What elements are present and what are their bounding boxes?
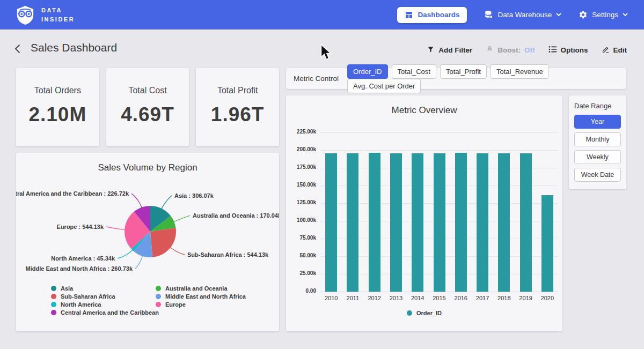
pie-leader-line — [118, 249, 134, 259]
bar-2010[interactable] — [325, 153, 337, 292]
legend-item-australia-and-oceania[interactable]: Australia and Oceania — [156, 285, 246, 292]
bar-2011[interactable] — [347, 153, 358, 292]
legend-item-label: Middle East and North Africa — [165, 293, 246, 300]
legend-dot — [51, 302, 56, 307]
metric-option-total-revenue[interactable]: Total_Revenue — [491, 64, 549, 79]
list-icon — [548, 46, 557, 55]
pie-slice-sub-saharan-africa[interactable] — [150, 228, 176, 257]
bar-chart-title: Metric Overview — [286, 105, 562, 116]
bar-2020[interactable] — [541, 195, 553, 292]
add-filter-button[interactable]: Add Filter — [427, 46, 472, 55]
kpi-value: 4.69T — [121, 103, 174, 126]
navbar-item-settings[interactable]: Settings — [579, 10, 628, 19]
bar-2016[interactable] — [455, 153, 467, 292]
legend-dot — [51, 310, 56, 315]
x-axis-tick: 2012 — [364, 295, 385, 301]
date-range-option-year[interactable]: Year — [574, 115, 621, 129]
navbar-menu: DashboardsData WarehouseSettings — [397, 7, 628, 23]
options-button[interactable]: Options — [548, 46, 588, 55]
legend-item-label: Central America and the Caribbean — [61, 309, 159, 316]
x-axis-tick: 2016 — [450, 295, 472, 301]
bar-2019[interactable] — [520, 153, 532, 292]
kpi-label: Total Orders — [34, 86, 81, 95]
navbar-item-dashboards[interactable]: Dashboards — [397, 7, 467, 23]
header-actions: Add FilterBoost:OffOptionsEdit — [427, 45, 627, 55]
back-chevron-icon — [14, 44, 20, 54]
date-range-option-monthly[interactable]: Monthly — [574, 132, 621, 146]
filter-icon — [427, 46, 435, 55]
pie-slice-label: North America : 45.34k — [51, 255, 115, 262]
action-label: Add Filter — [438, 46, 472, 54]
x-axis-tick: 2010 — [320, 295, 342, 301]
date-range-option-week-date[interactable]: Week Date — [574, 168, 621, 182]
bar-2015[interactable] — [434, 153, 445, 292]
brand-text: DATA INSIDER — [41, 6, 75, 24]
gear-icon — [579, 10, 588, 19]
pie-leader-line — [173, 216, 191, 222]
pie-leader-line — [135, 255, 143, 269]
brand[interactable]: DATA INSIDER — [15, 5, 75, 25]
bar-2012[interactable] — [369, 153, 380, 292]
chevron-down-icon — [623, 13, 628, 17]
legend-item-label: Asia — [61, 285, 73, 292]
page-title: Sales Dashboard — [31, 41, 117, 54]
x-axis-tick: 2011 — [342, 295, 363, 301]
navbar-item-label: Data Warehouse — [497, 11, 552, 19]
kpi-value: 2.10M — [28, 103, 86, 126]
back-button[interactable] — [14, 44, 20, 56]
pie-leader-line — [131, 194, 142, 209]
y-axis-tick: 100.00k — [286, 217, 316, 223]
pie-chart-title: Sales Volume by Region — [16, 162, 279, 173]
metric-option-total-cost[interactable]: Total_Cost — [392, 64, 436, 79]
y-axis-tick: 125.00k — [286, 199, 316, 205]
pie-legend-column: AsiaSub-Saharan AfricaNorth AmericaCentr… — [51, 285, 156, 316]
bar-2013[interactable] — [390, 153, 402, 292]
legend-item-asia[interactable]: Asia — [51, 285, 156, 292]
metric-option-avg-cost-per-order[interactable]: Avg. Cost per Order — [347, 79, 421, 93]
kpi-card-total-cost: Total Cost4.69T — [106, 68, 189, 146]
legend-item-label: Australia and Oceania — [165, 285, 228, 292]
rocket-icon — [486, 45, 494, 55]
page-header: Sales Dashboard Add FilterBoost:OffOptio… — [0, 40, 644, 62]
legend-item-middle-east-and-north-africa[interactable]: Middle East and North Africa — [156, 293, 246, 300]
kpi-row: Total Orders2.10MTotal Cost4.69TTotal Pr… — [16, 68, 279, 146]
action-label: Boost: — [497, 46, 521, 54]
action-label: Options — [561, 46, 588, 54]
pie-chart: Asia : 306.07kAustralia and Oceania : 17… — [16, 174, 279, 285]
edit-button[interactable]: Edit — [602, 46, 627, 55]
boost-button[interactable]: Boost:Off — [486, 45, 535, 55]
kpi-card-total-profit: Total Profit1.96T — [196, 68, 279, 146]
navbar: DATA INSIDER DashboardsData WarehouseSet… — [0, 0, 644, 29]
y-axis-tick: 25.00k — [286, 270, 316, 276]
metric-control-label: Metric Control — [294, 75, 339, 83]
pie-leader-line — [161, 196, 172, 210]
bar-legend[interactable]: Order_ID — [286, 310, 562, 316]
bar-2017[interactable] — [477, 153, 488, 292]
gridline — [320, 292, 558, 292]
bar-2014[interactable] — [412, 153, 423, 292]
action-label: Edit — [613, 46, 627, 54]
metric-option-total-profit[interactable]: Total_Profit — [440, 64, 487, 79]
x-axis-tick: 2015 — [428, 295, 450, 301]
kpi-card-total-orders: Total Orders2.10M — [16, 68, 99, 146]
y-axis-tick: 50.00k — [286, 253, 316, 258]
navbar-item-data-warehouse[interactable]: Data Warehouse — [484, 10, 561, 19]
bar-legend-dot — [407, 310, 412, 316]
date-range-option-weekly[interactable]: Weekly — [574, 150, 621, 164]
x-axis-tick: 2019 — [515, 295, 536, 301]
legend-item-europe[interactable]: Europe — [156, 301, 246, 308]
bar-2018[interactable] — [498, 153, 510, 292]
kpi-value: 1.96T — [211, 103, 265, 126]
pie-legend: AsiaSub-Saharan AfricaNorth AmericaCentr… — [51, 285, 246, 316]
bar-chart-card: Metric Overview 225.00k200.00k175.00k150… — [286, 95, 562, 331]
legend-item-north-america[interactable]: North America — [51, 301, 156, 308]
pie-leader-line — [106, 227, 126, 230]
legend-dot — [51, 294, 56, 299]
chevron-down-icon — [556, 13, 561, 17]
navbar-item-label: Dashboards — [418, 11, 459, 19]
pie-slice-label: Asia : 306.07k — [174, 192, 214, 199]
legend-item-label: Sub-Saharan Africa — [61, 293, 115, 300]
legend-item-central-america-and-the-caribbean[interactable]: Central America and the Caribbean — [51, 309, 156, 316]
metric-option-order-id[interactable]: Order_ID — [347, 64, 387, 79]
legend-item-sub-saharan-africa[interactable]: Sub-Saharan Africa — [51, 293, 156, 300]
